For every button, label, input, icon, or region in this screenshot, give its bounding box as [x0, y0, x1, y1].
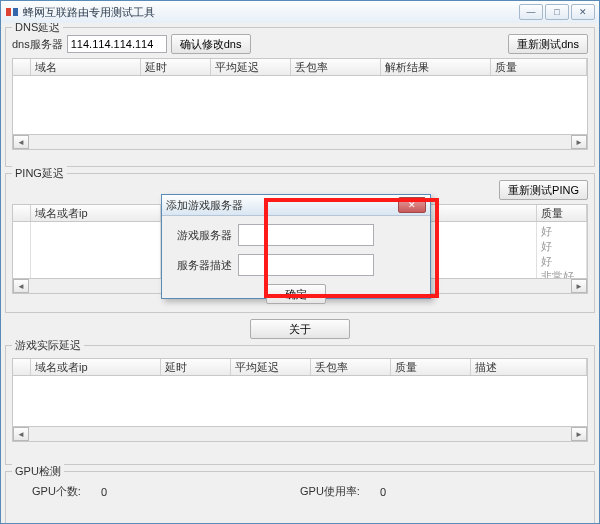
game-server-input[interactable]: [238, 224, 374, 246]
server-desc-input[interactable]: [238, 254, 374, 276]
server-desc-label: 服务器描述: [172, 258, 232, 273]
dialog-close-button[interactable]: ✕: [398, 197, 426, 213]
dialog-titlebar[interactable]: 添加游戏服务器 ✕: [162, 195, 430, 216]
main-window: 蜂网互联路由专用测试工具 — □ ✕ DNS延迟 dns服务器 确认修改dns …: [0, 0, 600, 524]
overlay: 添加游戏服务器 ✕ 游戏服务器 服务器描述 确定: [1, 1, 599, 523]
add-server-dialog: 添加游戏服务器 ✕ 游戏服务器 服务器描述 确定: [161, 194, 431, 299]
dialog-title: 添加游戏服务器: [166, 198, 398, 213]
game-server-label: 游戏服务器: [172, 228, 232, 243]
dialog-ok-button[interactable]: 确定: [266, 284, 326, 304]
